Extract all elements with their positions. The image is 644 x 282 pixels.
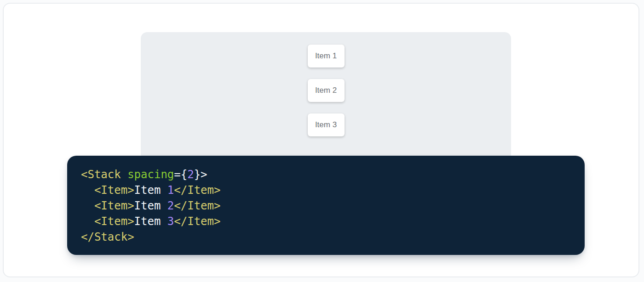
code-token-tag: <Item> xyxy=(94,199,134,212)
code-token-number: 2 xyxy=(167,199,174,212)
code-token-number: 1 xyxy=(167,184,174,197)
code-line: </Stack> xyxy=(81,229,571,245)
code-token-plain xyxy=(81,215,94,228)
code-token-plain: }> xyxy=(194,168,207,181)
code-token-number: 3 xyxy=(167,215,174,228)
code-token-tag: <Item> xyxy=(94,215,134,228)
code-line: <Item>Item 2</Item> xyxy=(81,198,571,214)
code-token-plain: Item xyxy=(134,215,167,228)
demo-preview-panel: Item 1Item 2Item 3 xyxy=(141,32,511,161)
code-line: <Item>Item 1</Item> xyxy=(81,182,571,198)
code-line: <Stack spacing={2}> xyxy=(81,167,571,182)
code-content: <Stack spacing={2}> <Item>Item 1</Item> … xyxy=(81,167,571,245)
code-token-tag: </Stack> xyxy=(81,231,134,243)
page-card: Item 1Item 2Item 3 <Stack spacing={2}> <… xyxy=(3,3,639,277)
code-token-plain xyxy=(121,168,127,181)
code-token-tag: </Item> xyxy=(174,199,220,212)
code-token-plain: Item xyxy=(134,184,167,197)
code-token-attr: spacing xyxy=(127,168,174,181)
code-block: <Stack spacing={2}> <Item>Item 1</Item> … xyxy=(67,156,585,255)
code-token-tag: <Item> xyxy=(94,184,134,197)
code-token-plain: Item xyxy=(134,199,167,212)
code-token-tag: <Stack xyxy=(81,168,121,181)
code-token-plain xyxy=(81,199,94,212)
stack-item-card: Item 2 xyxy=(308,79,345,102)
code-token-number: 2 xyxy=(187,168,194,181)
code-token-plain: ={ xyxy=(174,168,187,181)
stack-item-card: Item 1 xyxy=(308,45,345,68)
code-token-tag: </Item> xyxy=(174,184,220,197)
code-line: <Item>Item 3</Item> xyxy=(81,214,571,229)
code-token-plain xyxy=(81,184,94,197)
stack-item-card: Item 3 xyxy=(308,113,345,136)
stack-demo: Item 1Item 2Item 3 xyxy=(141,32,511,136)
code-token-tag: </Item> xyxy=(174,215,220,228)
